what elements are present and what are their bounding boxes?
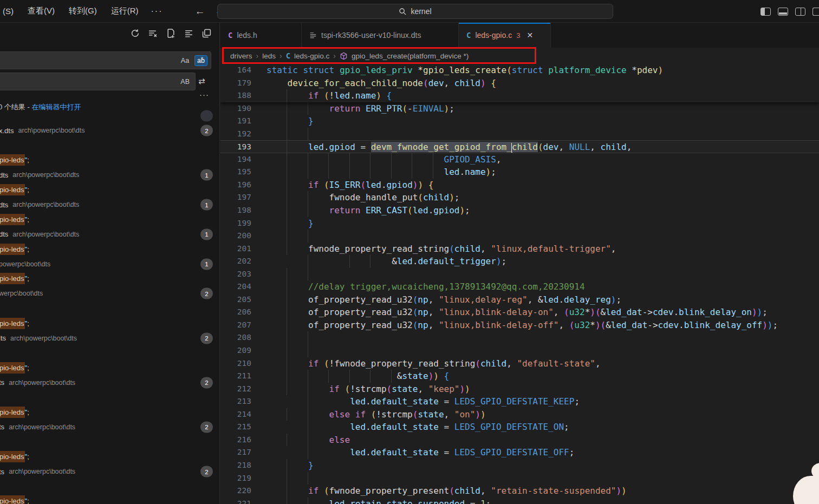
code-text: led.default_state = LEDS_GPIO_DEFSTATE_K… xyxy=(266,395,580,408)
search-results-list: x.dtsarch\powerpc\boot\dts2pio-leds";dts… xyxy=(0,108,220,504)
code-line-218: 218 } xyxy=(220,459,819,472)
code-text: &state)) { xyxy=(266,370,449,383)
replace-all-button[interactable]: ⇄ xyxy=(198,76,205,86)
result-match-row[interactable] xyxy=(0,390,220,404)
breadcrumb-item[interactable]: leds-gpio.c xyxy=(294,52,329,60)
match-highlight: pio-leds xyxy=(0,214,25,225)
result-match-row[interactable]: pio-leds"; xyxy=(0,212,220,227)
open-in-editor-icon[interactable] xyxy=(202,28,212,38)
search-sidebar: Aa ab .* AB ⇄ ··· 0 个结果 - 在编辑器中打开 x.dtsa… xyxy=(0,23,220,504)
result-file-row[interactable]: tsarch\powerpc\boot\dts2 xyxy=(0,464,220,479)
code-text: } xyxy=(266,217,314,230)
command-center-query: kernel xyxy=(411,7,431,16)
result-match-row[interactable]: pio-leds"; xyxy=(0,316,220,330)
result-match-row[interactable]: pio-leds"; xyxy=(0,361,220,375)
tab-leds-gpio.c[interactable]: Cleds-gpio.c3✕ xyxy=(459,23,551,48)
result-file-row[interactable]: tsarch\powerpc\boot\dts2 xyxy=(0,375,220,390)
result-match-row[interactable]: pio-leds"; xyxy=(0,153,220,167)
open-new-search-editor-icon[interactable] xyxy=(166,28,176,38)
match-text: pio-leds"; xyxy=(0,453,29,461)
result-match-row[interactable]: pio-leds"; xyxy=(0,182,220,197)
customize-layout-icon[interactable] xyxy=(812,8,819,16)
line-number: 200 xyxy=(220,230,251,243)
search-input[interactable]: Aa ab xyxy=(0,51,211,69)
toggle-secondary-sidebar-icon[interactable] xyxy=(795,8,805,16)
result-match-row[interactable]: pio-leds"; xyxy=(0,494,220,504)
code-line-191: 191 } xyxy=(220,115,819,128)
result-match-row[interactable] xyxy=(0,435,220,449)
line-number: 164 xyxy=(220,64,251,77)
menu-item[interactable]: 转到(G) xyxy=(62,4,104,18)
result-match-row[interactable]: pio-leds"; xyxy=(0,405,220,420)
line-number: 191 xyxy=(220,115,251,128)
result-file-row[interactable] xyxy=(0,108,220,123)
symbol-method-icon xyxy=(340,52,348,60)
result-file-row[interactable]: ltsarch\powerpc\boot\dts2 xyxy=(0,331,220,345)
line-number: 214 xyxy=(220,408,251,421)
match-text: pio-leds"; xyxy=(0,319,29,328)
file-name: ts xyxy=(0,423,4,431)
match-count-badge: 1 xyxy=(200,258,213,270)
refresh-icon[interactable] xyxy=(130,28,140,38)
menu-item[interactable]: (S) xyxy=(0,4,21,18)
match-case-toggle[interactable]: Aa xyxy=(179,56,191,66)
collapse-all-icon[interactable] xyxy=(184,28,194,38)
result-file-row[interactable]: x.dtsarch\powerpc\boot\dts2 xyxy=(0,123,220,138)
match-text: pio-leds"; xyxy=(0,186,29,194)
result-match-row[interactable] xyxy=(0,345,220,360)
match-highlight: pio-leds xyxy=(0,451,25,462)
result-file-row[interactable]: powerpc\boot\dts1 xyxy=(0,257,220,271)
code-line-190: 190 return ERR_PTR(-EINVAL); xyxy=(220,102,819,115)
code-line-207: 207 of_property_read_u32(np, "linux,blin… xyxy=(220,319,819,332)
result-file-row[interactable]: dtsarch\powerpc\boot\dts1 xyxy=(0,227,220,241)
breadcrumb-item[interactable]: gpio_leds_create(platform_device *) xyxy=(352,52,469,60)
result-match-row[interactable] xyxy=(0,301,220,316)
result-match-row[interactable]: pio-leds"; xyxy=(0,242,220,257)
code-line-208: 208 xyxy=(220,331,819,344)
tab-tspi-rk3566-user-v10-linux.dts[interactable]: tspi-rk3566-user-v10-linux.dts xyxy=(302,23,459,48)
menu-item[interactable]: 运行(R) xyxy=(104,4,146,18)
breadcrumb-item[interactable]: leds xyxy=(262,52,276,60)
tab-leds.h[interactable]: Cleds.h xyxy=(220,23,302,48)
match-highlight: pio-leds xyxy=(0,407,25,418)
match-highlight: pio-leds xyxy=(0,318,25,329)
tab-close-icon[interactable]: ✕ xyxy=(526,31,533,40)
search-icon xyxy=(399,8,407,16)
match-count-badge: 1 xyxy=(200,228,213,240)
code-lines: 190 return ERR_PTR(-EINVAL);191 }192193 … xyxy=(220,102,819,504)
result-file-row[interactable]: dtsarch\powerpc\boot\dts1 xyxy=(0,168,220,182)
breadcrumb-item[interactable]: drivers xyxy=(230,52,252,60)
match-count-badge: 2 xyxy=(200,332,213,344)
code-line-220: 220 if (fwnode_property_present(child, "… xyxy=(220,485,819,498)
preserve-case-toggle[interactable]: AB xyxy=(178,77,192,87)
menu-more-button[interactable]: ··· xyxy=(146,4,168,18)
replace-input[interactable]: AB xyxy=(0,73,196,90)
result-file-row[interactable]: tsarch\powerpc\boot\dts2 xyxy=(0,420,220,434)
line-number: 215 xyxy=(220,421,251,434)
line-number: 204 xyxy=(220,280,251,293)
code-editor[interactable]: 164static struct gpio_leds_priv *gpio_le… xyxy=(220,64,819,504)
result-match-row[interactable] xyxy=(0,138,220,153)
code-line-164: 164static struct gpio_leds_priv *gpio_le… xyxy=(220,64,819,77)
result-match-row[interactable] xyxy=(0,479,220,494)
code-line-211: 211 &state)) { xyxy=(220,370,819,383)
result-match-row[interactable]: pio-leds"; xyxy=(0,271,220,286)
toggle-primary-sidebar-icon[interactable] xyxy=(760,8,771,16)
clear-search-results-icon[interactable] xyxy=(148,28,158,38)
command-center-search[interactable]: kernel xyxy=(217,4,613,19)
result-file-row[interactable]: werpc\boot\dts2 xyxy=(0,286,220,301)
nav-back-icon[interactable]: ← xyxy=(190,4,210,18)
result-file-row[interactable]: dtsarch\powerpc\boot\dts1 xyxy=(0,197,220,212)
menu-item[interactable]: 查看(V) xyxy=(21,4,62,18)
result-match-row[interactable]: pio-leds"; xyxy=(0,449,220,464)
tab-label: leds-gpio.c xyxy=(475,31,512,40)
breadcrumb[interactable]: drivers›leds›Cleds-gpio.c›gpio_leds_crea… xyxy=(220,48,819,64)
toggle-panel-icon[interactable] xyxy=(778,8,788,16)
code-text: if (!led.name) { xyxy=(266,89,392,102)
regex-toggle[interactable]: .* xyxy=(198,55,204,63)
code-text: static struct gpio_leds_priv *gpio_leds_… xyxy=(266,64,663,77)
code-line-198: 198 return ERR_CAST(led.gpiod); xyxy=(220,204,819,217)
code-line-205: 205 of_property_read_u32(np, "linux,dela… xyxy=(220,293,819,306)
match-text: pio-leds"; xyxy=(0,497,29,504)
search-details-toggle[interactable]: ··· xyxy=(199,90,209,99)
